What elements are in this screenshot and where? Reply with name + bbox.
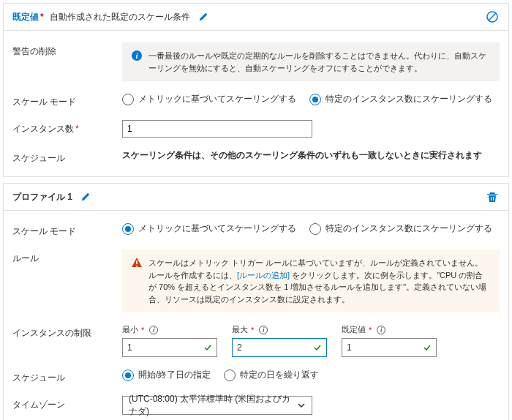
checkmark-icon [423, 343, 432, 352]
radio-icon [122, 370, 134, 381]
panel-header: プロファイル 1 [4, 184, 508, 211]
radio-metric[interactable]: メトリックに基づいてスケーリングする [122, 93, 296, 105]
profile-1-panel: プロファイル 1 スケール モード メトリックに基づいてスケーリングする 特定の… [3, 183, 509, 420]
rules-label: ルール [12, 250, 122, 265]
radio-icon [309, 94, 321, 105]
radio-repeat[interactable]: 特定の日を繰り返す [224, 369, 319, 381]
timezone-select[interactable]: (UTC-08:00) 太平洋標準時 (米国およびカナダ) [122, 396, 312, 415]
instance-count-label: インスタンス数* [12, 120, 122, 135]
warning-icon [131, 257, 143, 305]
delete-icon[interactable] [485, 190, 500, 204]
timezone-label: タイムゾーン [12, 396, 122, 411]
panel-subtitle: 自動作成された既定のスケール条件 [50, 11, 190, 23]
scale-mode-label: スケール モード [12, 93, 122, 108]
panel-title: プロファイル 1 [12, 191, 72, 203]
panel-title: 既定値* [12, 11, 44, 23]
radio-fixed[interactable]: 特定のインスタンス数にスケーリングする [309, 222, 492, 235]
delete-warn-label: 警告の削除 [12, 42, 122, 58]
default-input[interactable]: 1 [342, 338, 437, 357]
forbidden-icon[interactable] [485, 10, 500, 24]
radio-metric[interactable]: メトリックに基づいてスケーリングする [122, 222, 296, 235]
add-rule-link[interactable]: [ルールの追加] [237, 271, 290, 280]
schedule-label: スケジュール [12, 369, 122, 384]
radio-icon [224, 370, 236, 381]
info-icon: i [377, 326, 385, 334]
warning-text: スケールはメトリック トリガー ルールに基づいていますが、ルールが定義されていま… [148, 257, 491, 305]
max-input[interactable]: 2 [232, 338, 327, 357]
radio-icon [122, 223, 134, 235]
schedule-label: スケジュール [12, 149, 122, 165]
radio-icon [122, 94, 134, 105]
default-scale-condition-panel: 既定値* 自動作成された既定のスケール条件 警告の削除 i 一番最後のルールや既… [3, 3, 509, 177]
info-icon: i [131, 50, 143, 74]
info-box: i 一番最後のルールや既定の定期的なルールを削除することはできません。代わりに、… [122, 42, 500, 81]
instance-limits-label: インスタンスの制限 [12, 324, 122, 340]
radio-fixed[interactable]: 特定のインスタンス数にスケーリングする [309, 93, 492, 105]
min-label: 最小* i [122, 324, 217, 335]
scale-mode-label: スケール モード [12, 222, 122, 238]
edit-icon[interactable] [196, 10, 211, 24]
max-label: 最大* i [232, 324, 327, 335]
info-text: 一番最後のルールや既定の定期的なルールを削除することはできません。代わりに、自動… [148, 50, 491, 74]
edit-icon[interactable] [78, 190, 93, 204]
checkmark-icon [313, 343, 322, 352]
schedule-text: スケーリング条件は、その他のスケーリング条件のいずれも一致しないときに実行されま… [122, 149, 500, 162]
radio-icon [309, 223, 321, 235]
radio-start-end[interactable]: 開始/終了日の指定 [122, 369, 211, 381]
panel-header: 既定値* 自動作成された既定のスケール条件 [4, 4, 508, 31]
default-label: 既定値* i [342, 324, 437, 335]
warning-box: スケールはメトリック トリガー ルールに基づいていますが、ルールが定義されていま… [122, 250, 500, 312]
instance-count-input[interactable] [122, 120, 312, 138]
svg-line-1 [489, 13, 496, 20]
info-icon: i [259, 326, 268, 334]
chevron-down-icon [297, 401, 306, 410]
min-input[interactable]: 1 [122, 338, 217, 357]
checkmark-icon [203, 343, 212, 352]
info-icon: i [149, 326, 158, 334]
